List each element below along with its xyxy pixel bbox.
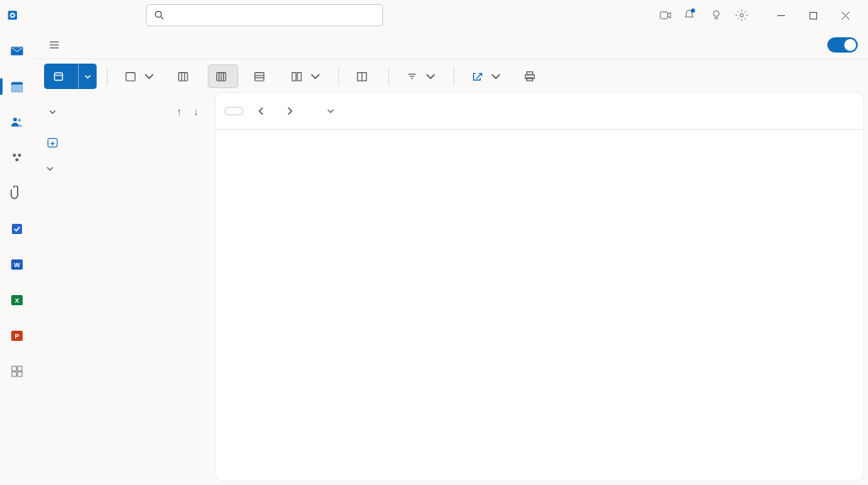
minical-prev[interactable]: ↑ <box>170 106 187 118</box>
rail-powerpoint[interactable]: P <box>5 324 29 348</box>
rail-calendar[interactable] <box>5 75 29 98</box>
svg-rect-43 <box>255 73 264 81</box>
svg-rect-26 <box>12 366 16 371</box>
svg-point-6 <box>714 11 720 17</box>
svg-point-14 <box>14 118 18 122</box>
rail-todo[interactable] <box>5 217 29 241</box>
svg-point-16 <box>13 153 16 157</box>
svg-point-7 <box>740 14 743 17</box>
svg-rect-13 <box>11 85 23 92</box>
svg-text:W: W <box>14 261 20 269</box>
search-box[interactable] <box>146 4 383 26</box>
svg-rect-33 <box>54 73 62 81</box>
svg-point-18 <box>15 158 19 161</box>
new-event-split[interactable] <box>78 64 97 89</box>
split-view-button[interactable] <box>349 64 378 88</box>
svg-rect-47 <box>298 73 301 81</box>
filter-button[interactable] <box>399 64 443 88</box>
svg-point-15 <box>18 119 20 121</box>
svg-line-4 <box>161 17 164 20</box>
new-outlook-toggle[interactable] <box>827 37 858 53</box>
rail-more-apps[interactable] <box>5 360 29 383</box>
search-input[interactable] <box>170 9 376 21</box>
svg-point-17 <box>18 153 21 157</box>
window-minimize[interactable] <box>765 3 797 28</box>
hamburger-button[interactable] <box>44 35 64 55</box>
share-button[interactable] <box>465 64 509 88</box>
week-prev[interactable] <box>250 100 272 122</box>
app-rail: W X P <box>0 31 34 485</box>
print-button[interactable] <box>517 64 546 88</box>
today-button[interactable] <box>225 107 243 115</box>
outlook-logo-icon <box>7 8 22 23</box>
svg-text:P: P <box>14 332 19 340</box>
svg-rect-46 <box>292 73 296 81</box>
svg-point-2 <box>11 14 14 17</box>
add-calendar-button[interactable] <box>41 129 209 156</box>
minical-next[interactable]: ↓ <box>187 106 204 118</box>
rail-mail[interactable] <box>5 39 29 63</box>
svg-rect-5 <box>660 12 668 19</box>
view-month[interactable] <box>247 64 275 88</box>
month-collapse-icon[interactable] <box>46 105 59 119</box>
meet-now-icon[interactable] <box>653 3 678 28</box>
svg-rect-27 <box>18 366 22 371</box>
svg-rect-55 <box>527 78 533 81</box>
notifications-icon[interactable] <box>678 3 704 28</box>
week-next[interactable] <box>279 100 301 122</box>
rail-word[interactable]: W <box>5 253 29 276</box>
svg-rect-35 <box>126 73 136 81</box>
svg-rect-29 <box>18 372 22 376</box>
settings-icon[interactable] <box>729 3 754 28</box>
rail-people[interactable] <box>5 110 29 134</box>
svg-text:X: X <box>14 297 19 304</box>
search-icon <box>153 9 165 21</box>
window-maximize[interactable] <box>797 3 829 28</box>
rail-files[interactable] <box>5 181 29 205</box>
rail-groups[interactable] <box>5 146 29 170</box>
window-close[interactable] <box>829 3 861 28</box>
view-day[interactable] <box>118 64 162 88</box>
account-row[interactable] <box>41 159 209 178</box>
tips-icon[interactable] <box>704 3 729 28</box>
svg-rect-9 <box>810 12 816 19</box>
svg-rect-36 <box>179 73 188 81</box>
rail-excel[interactable]: X <box>5 288 29 312</box>
new-event-button[interactable] <box>44 64 78 89</box>
view-work-week[interactable] <box>170 64 199 88</box>
view-week[interactable] <box>208 64 238 88</box>
view-board[interactable] <box>284 64 328 88</box>
svg-rect-19 <box>12 224 22 234</box>
svg-point-3 <box>155 11 161 17</box>
svg-rect-28 <box>12 372 16 376</box>
